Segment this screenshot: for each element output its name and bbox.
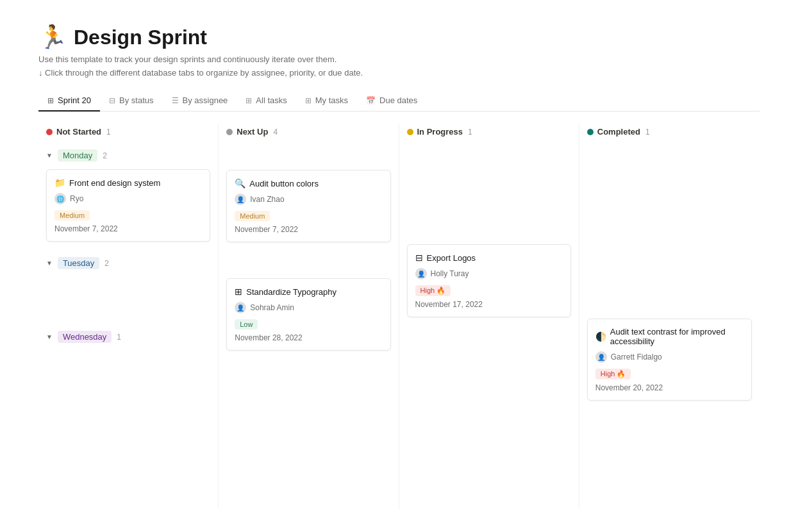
task-card[interactable]: ⊟ Export Logos 👤 Holly Turay High 🔥 Nove… xyxy=(407,244,571,317)
card-title: ⊞ Standardize Typography xyxy=(235,287,382,297)
card-date: November 17, 2022 xyxy=(415,300,563,309)
assignee-avatar: 👤 xyxy=(415,268,427,279)
tab-sprint20[interactable]: ⊞Sprint 20 xyxy=(38,90,100,112)
group-tuesday-next-up: ⊞ Standardize Typography 👤 Sohrab Amin L… xyxy=(226,258,390,351)
group-arrow-wednesday: ▼ xyxy=(46,333,53,340)
group-monday-next-up: 🔍 Audit button colors 👤 Ivan Zhao Medium… xyxy=(226,149,390,242)
priority-badge: Medium xyxy=(235,211,270,221)
group-spacer-tuesday-completed xyxy=(587,224,752,244)
card-title-text: Standardize Typography xyxy=(246,287,337,297)
assignee-avatar: 🌐 xyxy=(54,193,66,204)
card-date: November 7, 2022 xyxy=(235,225,382,234)
card-title-text: Front end design system xyxy=(69,178,160,188)
tab-icon-duedates: 📅 xyxy=(366,96,376,105)
group-tuesday-in-progress: ⊟ Export Logos 👤 Holly Turay High 🔥 Nove… xyxy=(407,224,571,317)
empty-cell-monday-in-progress xyxy=(407,170,571,208)
page-title: Design Sprint xyxy=(74,26,207,49)
group-label-wednesday: Wednesday xyxy=(58,331,112,343)
assignee-name: Ivan Zhao xyxy=(250,195,284,204)
priority-badge: High 🔥 xyxy=(595,369,631,379)
group-monday-not-started: ▼ Monday 2 📁 Front end design system 🌐 R… xyxy=(46,149,210,242)
card-assignee: 👤 Garrett Fidalgo xyxy=(595,351,744,363)
tab-duedates[interactable]: 📅Due dates xyxy=(357,90,426,112)
group-spacer-wednesday-next-up xyxy=(226,366,390,387)
card-badge-wrap: Low xyxy=(235,319,382,329)
group-wednesday-next-up xyxy=(226,366,390,425)
card-title-text: Export Logos xyxy=(427,253,476,263)
group-monday-completed xyxy=(587,149,752,208)
tab-label-mytasks: My tasks xyxy=(315,96,348,105)
card-date: November 20, 2022 xyxy=(595,383,744,392)
card-title: 🔍 Audit button colors xyxy=(235,178,382,188)
card-badge-wrap: Medium xyxy=(54,210,202,220)
group-spacer-monday-in-progress xyxy=(407,149,571,170)
group-arrow-tuesday: ▼ xyxy=(46,260,53,267)
tab-alltasks[interactable]: ⊞All tasks xyxy=(237,90,295,112)
header: 🏃 Design Sprint xyxy=(38,26,760,49)
column-header-completed: Completed 1 xyxy=(587,124,752,139)
task-card[interactable]: 🌓 Audit text contrast for improved acces… xyxy=(587,319,752,401)
card-assignee: 🌐 Ryo xyxy=(54,193,202,204)
card-badge-wrap: Medium xyxy=(235,210,382,221)
card-date: November 7, 2022 xyxy=(54,224,202,233)
card-assignee: 👤 Ivan Zhao xyxy=(235,194,382,205)
status-count-not-started: 1 xyxy=(106,128,111,137)
priority-badge: Low xyxy=(235,319,258,329)
assignee-name: Garrett Fidalgo xyxy=(611,353,662,362)
card-type-icon: 🌓 xyxy=(595,331,606,342)
assignee-name: Holly Turay xyxy=(431,269,469,278)
priority-badge: High 🔥 xyxy=(415,285,451,296)
group-label-tuesday: Tuesday xyxy=(58,257,99,269)
group-tuesday-not-started: ▼ Tuesday 2 xyxy=(46,257,210,315)
status-dot-next-up xyxy=(226,129,233,135)
group-count-tuesday: 2 xyxy=(104,259,109,268)
tab-mytasks[interactable]: ⊞My tasks xyxy=(296,90,357,112)
empty-cell-wednesday-in-progress xyxy=(407,353,571,392)
group-spacer-tuesday-in-progress xyxy=(407,224,571,244)
header-icon: 🏃 xyxy=(38,26,67,49)
card-title-text: Audit button colors xyxy=(249,179,319,188)
assignee-name: Sohrab Amin xyxy=(250,303,294,312)
card-assignee: 👤 Holly Turay xyxy=(415,268,563,279)
task-card[interactable]: 🔍 Audit button colors 👤 Ivan Zhao Medium… xyxy=(226,170,390,242)
empty-cell-monday-completed xyxy=(587,170,752,208)
tab-byassignee[interactable]: ☰By assignee xyxy=(163,90,237,112)
tab-icon-sprint20: ⊞ xyxy=(47,96,54,105)
task-card[interactable]: ⊞ Standardize Typography 👤 Sohrab Amin L… xyxy=(226,278,390,351)
group-wednesday-not-started: ▼ Wednesday 1 xyxy=(46,331,210,389)
group-wednesday-completed: 🌓 Audit text contrast for improved acces… xyxy=(587,298,752,401)
task-card[interactable]: 📁 Front end design system 🌐 Ryo Medium N… xyxy=(46,169,210,242)
tab-icon-alltasks: ⊞ xyxy=(245,96,252,105)
assignee-avatar: 👤 xyxy=(235,194,246,205)
tab-label-duedates: Due dates xyxy=(379,96,417,105)
tab-label-byassignee: By assignee xyxy=(183,96,228,105)
column-not-started: Not Started 1 ▼ Monday 2 📁 Front end des… xyxy=(38,124,219,509)
group-monday-in-progress xyxy=(407,149,571,208)
group-label-monday: Monday xyxy=(58,149,97,162)
card-assignee: 👤 Sohrab Amin xyxy=(235,302,382,313)
group-header-tuesday[interactable]: ▼ Tuesday 2 xyxy=(46,257,210,269)
column-header-next-up: Next Up 4 xyxy=(226,124,390,139)
status-dot-completed xyxy=(587,129,594,135)
group-header-monday[interactable]: ▼ Monday 2 xyxy=(46,149,210,162)
group-header-wednesday[interactable]: ▼ Wednesday 1 xyxy=(46,331,210,343)
group-spacer-wednesday-completed xyxy=(587,298,752,319)
column-in-progress: In Progress 1 ⊟ Export Logos 👤 Holly Tur… xyxy=(399,124,579,509)
group-count-wednesday: 1 xyxy=(117,333,121,342)
card-type-icon: 📁 xyxy=(54,178,65,188)
status-label-next-up: Next Up xyxy=(237,127,268,137)
tab-icon-bystatus: ⊟ xyxy=(109,96,115,105)
card-title: ⊟ Export Logos xyxy=(415,253,563,263)
page: 🏃 Design Sprint Use this template to tra… xyxy=(0,0,798,532)
status-label-completed: Completed xyxy=(597,127,640,137)
card-type-icon: ⊟ xyxy=(415,253,423,263)
group-spacer-wednesday-in-progress xyxy=(407,333,571,353)
status-label-in-progress: In Progress xyxy=(417,127,463,137)
status-count-completed: 1 xyxy=(645,128,650,137)
empty-cell-tuesday-completed xyxy=(587,244,752,283)
tab-bystatus[interactable]: ⊟By status xyxy=(100,90,162,112)
group-spacer-tuesday-next-up xyxy=(226,258,390,278)
status-label-not-started: Not Started xyxy=(56,127,101,137)
column-header-not-started: Not Started 1 xyxy=(46,124,210,139)
status-dot-not-started xyxy=(46,129,53,135)
